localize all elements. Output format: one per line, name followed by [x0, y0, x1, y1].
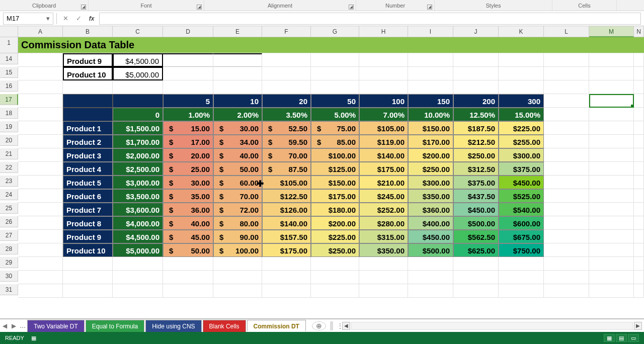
- cell[interactable]: [589, 216, 634, 230]
- cell[interactable]: [311, 257, 359, 271]
- formula-input[interactable]: [99, 13, 641, 25]
- cell[interactable]: [634, 176, 644, 189]
- cell[interactable]: [634, 216, 644, 230]
- active-cell[interactable]: [589, 94, 634, 108]
- cell[interactable]: [213, 284, 262, 298]
- cell[interactable]: [163, 284, 213, 298]
- cell[interactable]: [544, 203, 589, 216]
- cell[interactable]: [63, 80, 113, 94]
- spreadsheet-grid[interactable]: ABCDEFGHIJKLMNO1Commission Data Table14P…: [0, 26, 644, 319]
- cell[interactable]: [18, 230, 63, 243]
- sheet-tab[interactable]: Two Variable DT: [27, 320, 85, 332]
- cell[interactable]: [262, 257, 311, 271]
- cell[interactable]: [18, 121, 63, 135]
- dialog-launcher-icon[interactable]: ◢: [427, 5, 432, 10]
- tab-more-icon[interactable]: …: [18, 322, 27, 329]
- name-box-dropdown-icon[interactable]: ▾: [46, 15, 50, 22]
- cell[interactable]: [634, 162, 644, 176]
- cell[interactable]: [453, 67, 499, 80]
- column-header[interactable]: G: [311, 26, 359, 37]
- column-header[interactable]: J: [453, 26, 499, 37]
- cell[interactable]: [18, 135, 63, 148]
- name-box[interactable]: M17 ▾: [3, 13, 53, 25]
- column-header[interactable]: K: [499, 26, 544, 37]
- cell[interactable]: [499, 284, 544, 298]
- cell[interactable]: [544, 67, 589, 80]
- cell[interactable]: [359, 271, 408, 284]
- cell[interactable]: [213, 53, 262, 67]
- cell[interactable]: [63, 284, 113, 298]
- column-header[interactable]: B: [63, 26, 113, 37]
- cell[interactable]: [544, 148, 589, 162]
- dialog-launcher-icon[interactable]: ◢: [81, 5, 86, 10]
- macro-record-icon[interactable]: ▦: [31, 335, 36, 341]
- column-header[interactable]: F: [262, 26, 311, 37]
- row-header[interactable]: 28: [0, 243, 18, 254]
- cell[interactable]: [544, 121, 589, 135]
- cell[interactable]: [589, 135, 634, 148]
- tab-splitter[interactable]: [330, 321, 333, 330]
- cell[interactable]: [499, 53, 544, 67]
- cell[interactable]: [544, 108, 589, 121]
- cell[interactable]: [589, 162, 634, 176]
- cell[interactable]: [634, 53, 644, 67]
- cell[interactable]: [262, 271, 311, 284]
- cell[interactable]: [544, 271, 589, 284]
- cell[interactable]: [359, 53, 408, 67]
- page-layout-view-icon[interactable]: ▤: [616, 334, 627, 342]
- cell[interactable]: [589, 53, 634, 67]
- page-break-view-icon[interactable]: ▭: [628, 334, 639, 342]
- cell[interactable]: [18, 203, 63, 216]
- cell[interactable]: [311, 67, 359, 80]
- cell[interactable]: [544, 257, 589, 271]
- row-header[interactable]: 1: [0, 37, 18, 53]
- cell[interactable]: [634, 94, 644, 108]
- row-header[interactable]: 17: [0, 94, 18, 105]
- cell[interactable]: [213, 80, 262, 94]
- cell[interactable]: [408, 67, 453, 80]
- cell[interactable]: [359, 257, 408, 271]
- cell[interactable]: [262, 53, 311, 67]
- cell[interactable]: [634, 203, 644, 216]
- cell[interactable]: [544, 162, 589, 176]
- cell[interactable]: [18, 67, 63, 80]
- column-header[interactable]: N: [634, 26, 644, 37]
- cancel-formula-icon[interactable]: ✕: [60, 13, 71, 24]
- cell[interactable]: [63, 257, 113, 271]
- cell[interactable]: [18, 257, 63, 271]
- row-header[interactable]: 20: [0, 135, 18, 146]
- cell[interactable]: [589, 284, 634, 298]
- cell[interactable]: [589, 176, 634, 189]
- cell[interactable]: [63, 271, 113, 284]
- dialog-launcher-icon[interactable]: ◢: [197, 5, 202, 10]
- column-header[interactable]: H: [359, 26, 408, 37]
- cell[interactable]: [18, 284, 63, 298]
- sheet-tab[interactable]: Blank Cells: [203, 320, 246, 332]
- row-header[interactable]: 31: [0, 284, 18, 295]
- row-header[interactable]: 14: [0, 53, 18, 64]
- cell[interactable]: [634, 243, 644, 257]
- cell[interactable]: [589, 203, 634, 216]
- cell[interactable]: [589, 67, 634, 80]
- cell[interactable]: [213, 67, 262, 80]
- cell[interactable]: [634, 135, 644, 148]
- cell[interactable]: [408, 53, 453, 67]
- cell[interactable]: [163, 67, 213, 80]
- column-header[interactable]: A: [18, 26, 63, 37]
- dialog-launcher-icon[interactable]: ◢: [349, 5, 354, 10]
- cell[interactable]: [499, 67, 544, 80]
- cell[interactable]: [213, 271, 262, 284]
- cell[interactable]: [262, 67, 311, 80]
- cell[interactable]: [18, 80, 63, 94]
- row-header[interactable]: 29: [0, 257, 18, 268]
- cell[interactable]: [544, 230, 589, 243]
- cell[interactable]: [499, 271, 544, 284]
- cell[interactable]: [589, 108, 634, 121]
- cell[interactable]: [634, 80, 644, 94]
- scroll-right-icon[interactable]: ▶: [634, 322, 642, 330]
- row-header[interactable]: 22: [0, 162, 18, 173]
- cell[interactable]: [163, 257, 213, 271]
- cell[interactable]: [544, 53, 589, 67]
- tab-scroll-right-icon[interactable]: ▶: [9, 322, 18, 329]
- row-header[interactable]: 26: [0, 216, 18, 227]
